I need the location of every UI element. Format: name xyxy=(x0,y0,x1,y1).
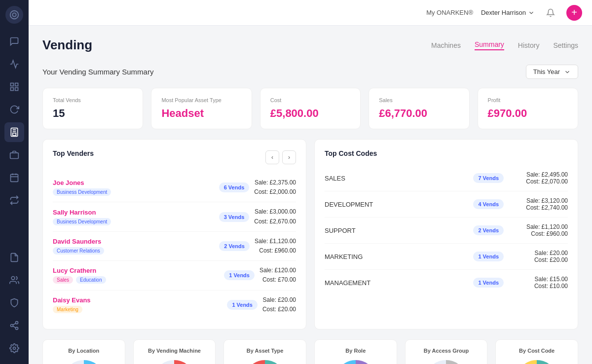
cost-code-badge: 7 Vends xyxy=(473,173,504,183)
chart-title: By Access Group xyxy=(424,348,469,354)
svg-point-18 xyxy=(16,327,18,329)
tag: Education xyxy=(76,276,106,284)
chart-by-cost-code: By Cost Code xyxy=(495,339,578,364)
vender-info: David Saunders Customer Relations xyxy=(53,238,214,255)
vend-count-badge: 3 Vends xyxy=(219,212,250,222)
cost-code-sale: Sale: £20.00 xyxy=(509,250,568,256)
tag: Business Development xyxy=(53,218,111,225)
list-item: MANAGEMENT 1 Vends Sale: £15.00 Cost: £1… xyxy=(325,270,568,295)
vend-count-badge: 1 Vends xyxy=(224,270,255,280)
vender-info: Daisy Evans Marketing xyxy=(53,296,222,313)
period-select[interactable]: This Year xyxy=(526,65,578,79)
main-content: My ONARKEN® Dexter Harrison + Vending Ma… xyxy=(29,0,592,364)
cost-code-badge: 1 Vends xyxy=(473,278,504,288)
list-item: SALES 7 Vends Sale: £2,495.00 Cost: £2,0… xyxy=(325,165,568,191)
vender-info: Sally Harrison Business Development xyxy=(53,209,214,225)
cost-code-sale: Sale: £1,120.00 xyxy=(509,223,568,230)
nav-machines[interactable]: Machines xyxy=(431,41,461,49)
period-label: This Year xyxy=(533,68,560,75)
sidebar-item-vending[interactable] xyxy=(4,122,24,142)
stat-value-sales: £6,770.00 xyxy=(379,107,459,120)
vender-amounts: Sale: £1,120.00 Cost: £960.00 xyxy=(255,237,296,255)
nav-summary[interactable]: Summary xyxy=(475,40,504,50)
venders-nav: ‹ › xyxy=(265,150,296,164)
charts-section: By Location By Vending Machine xyxy=(42,339,578,364)
sidebar-item-shield[interactable] xyxy=(4,293,24,313)
nav-settings[interactable]: Settings xyxy=(553,41,578,49)
venders-header: Top Venders ‹ › xyxy=(53,149,296,165)
vend-count-badge: 2 Vends xyxy=(219,241,250,251)
chevron-down-icon xyxy=(528,9,535,16)
next-arrow[interactable]: › xyxy=(282,150,296,164)
vender-name[interactable]: Joe Jones xyxy=(53,179,214,186)
tag: Marketing xyxy=(53,306,82,313)
summary-heading: Your Vending Summary Summary xyxy=(42,68,153,76)
cost-code-cost: Cost: £2,070.00 xyxy=(509,178,568,185)
notification-bell[interactable] xyxy=(543,5,558,21)
cost-code-amounts: Sale: £1,120.00 Cost: £960.00 xyxy=(509,223,568,237)
stat-card-popular-asset: Most Popular Asset Type Headset xyxy=(151,88,252,129)
list-item: MARKETING 1 Vends Sale: £20.00 Cost: £20… xyxy=(325,244,568,270)
chart-title: By Vending Machine xyxy=(148,348,201,354)
vender-tags: Business Development xyxy=(53,188,214,196)
summary-header: Your Vending Summary Summary This Year xyxy=(42,65,578,79)
svg-line-20 xyxy=(13,323,16,325)
vender-cost: Cost: £2,000.00 xyxy=(254,187,296,197)
cost-code-name: DEVELOPMENT xyxy=(325,201,468,208)
cost-code-badge: 2 Vends xyxy=(473,225,504,235)
vender-name[interactable]: David Saunders xyxy=(53,238,214,245)
sidebar-item-share[interactable] xyxy=(4,316,24,335)
sidebar-item-users[interactable] xyxy=(4,270,24,290)
list-item: Sally Harrison Business Development 3 Ve… xyxy=(53,202,296,231)
add-button[interactable]: + xyxy=(566,5,582,21)
svg-line-19 xyxy=(13,326,16,328)
stat-value-popular-asset: Headset xyxy=(161,107,241,120)
sidebar-item-refresh[interactable] xyxy=(4,100,24,119)
svg-rect-5 xyxy=(15,88,18,91)
vender-name[interactable]: Sally Harrison xyxy=(53,209,214,216)
vender-cost: Cost: £960.00 xyxy=(255,246,296,255)
chevron-down-icon xyxy=(564,69,571,75)
vender-amounts: Sale: £2,375.00 Cost: £2,000.00 xyxy=(254,178,296,197)
app-logo xyxy=(5,6,23,24)
vender-tags: Business Development xyxy=(53,218,214,225)
top-cost-codes-panel: Top Cost Codes SALES 7 Vends Sale: £2,49… xyxy=(314,139,578,329)
cost-code-cost: Cost: £960.00 xyxy=(509,230,568,237)
user-menu[interactable]: Dexter Harrison xyxy=(481,9,535,16)
svg-rect-11 xyxy=(11,174,18,182)
cost-code-name: SUPPORT xyxy=(325,227,468,234)
top-venders-panel: Top Venders ‹ › Joe Jones Business Devel… xyxy=(42,139,306,329)
vender-name[interactable]: Lucy Crathern xyxy=(53,267,219,274)
sidebar-item-calendar[interactable] xyxy=(4,168,24,187)
sidebar-item-briefcase[interactable] xyxy=(4,145,24,165)
sidebar xyxy=(0,0,29,364)
stat-label-total-vends: Total Vends xyxy=(53,97,133,103)
brand-label: My ONARKEN® xyxy=(426,9,473,16)
vender-amounts: Sale: £3,000.00 Cost: £2,670.00 xyxy=(254,207,296,226)
donut-chart xyxy=(243,359,287,364)
sidebar-item-transfer[interactable] xyxy=(4,190,24,210)
stat-label-popular-asset: Most Popular Asset Type xyxy=(161,97,241,103)
list-item: Lucy Crathern Sales Education 1 Vends Sa… xyxy=(53,261,296,290)
stat-card-cost: Cost £5,800.00 xyxy=(260,88,361,129)
vender-sale: Sale: £3,000.00 xyxy=(254,207,296,217)
cost-codes-title: Top Cost Codes xyxy=(325,149,568,157)
sidebar-item-grid[interactable] xyxy=(4,77,24,97)
cost-code-cost: Cost: £20.00 xyxy=(509,256,568,263)
chart-by-vending-machine: By Vending Machine xyxy=(133,339,216,364)
cost-code-sale: Sale: £2,495.00 xyxy=(509,171,568,178)
venders-title: Top Venders xyxy=(53,149,94,157)
nav-history[interactable]: History xyxy=(518,41,540,49)
list-item: Daisy Evans Marketing 1 Vends Sale: £20.… xyxy=(53,291,296,319)
sidebar-item-document[interactable] xyxy=(4,248,24,267)
prev-arrow[interactable]: ‹ xyxy=(265,150,279,164)
svg-rect-10 xyxy=(10,153,19,159)
svg-rect-3 xyxy=(15,83,18,86)
sidebar-item-settings[interactable] xyxy=(4,338,24,358)
two-column-section: Top Venders ‹ › Joe Jones Business Devel… xyxy=(42,139,578,329)
sidebar-item-messages[interactable] xyxy=(4,32,24,51)
cost-code-sale: Sale: £15.00 xyxy=(509,276,568,283)
vender-name[interactable]: Daisy Evans xyxy=(53,296,222,304)
sidebar-item-analytics[interactable] xyxy=(4,54,24,74)
cost-code-amounts: Sale: £20.00 Cost: £20.00 xyxy=(509,250,568,263)
